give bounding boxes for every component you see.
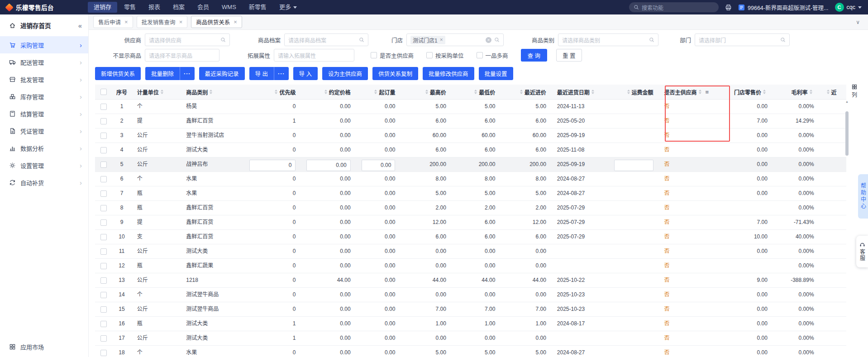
- sidebar-item-1[interactable]: 配送管理›: [0, 53, 88, 71]
- sort-icon[interactable]: [627, 90, 630, 94]
- toolbar-button-6[interactable]: 供货关系复制: [372, 67, 418, 80]
- table-row[interactable]: 9提鑫鲜汇百货00.000.0012.006.0012.002025-07-29…: [95, 215, 846, 230]
- sort-icon[interactable]: [474, 90, 477, 94]
- topnav-item-5[interactable]: WMS: [216, 2, 242, 13]
- toolbar-button-1[interactable]: 批量删除···: [145, 67, 195, 80]
- global-search-input[interactable]: 搜索功能: [629, 2, 719, 12]
- row-checkbox[interactable]: [100, 205, 107, 211]
- filter-checkbox-0[interactable]: 是否主供应商: [371, 51, 414, 60]
- filter-input-row1-3[interactable]: 请选择商品类别: [558, 33, 658, 46]
- customer-service-button[interactable]: 客服: [856, 236, 868, 267]
- inline-edit-input[interactable]: 0.00: [306, 160, 350, 171]
- column-header-1[interactable]: 计量单位: [132, 85, 181, 99]
- collapse-sidebar-icon[interactable]: «: [78, 22, 82, 29]
- inline-edit-input[interactable]: [614, 160, 653, 171]
- column-header-13[interactable]: 毛利率: [773, 85, 820, 99]
- table-row[interactable]: 6个水果00.000.008.008.008.002024-08-27否0.00…: [95, 172, 846, 186]
- clear-icon[interactable]: ×: [486, 37, 491, 43]
- row-checkbox[interactable]: [100, 277, 107, 284]
- sidebar-item-8[interactable]: 自动补货›: [0, 174, 88, 191]
- sidebar-item-4[interactable]: 结算管理›: [0, 105, 88, 122]
- column-header-10[interactable]: 运费金额: [609, 85, 658, 99]
- sidebar-item-5[interactable]: 凭证管理›: [0, 122, 88, 139]
- toolbar-button-7[interactable]: 批量修改供应商: [423, 67, 474, 80]
- column-header-6[interactable]: 最高价: [401, 85, 451, 99]
- tab-2[interactable]: 商品供货关系×: [191, 16, 242, 28]
- toolbar-button-8[interactable]: 批量设置: [479, 67, 513, 80]
- column-header-3[interactable]: 优先级: [244, 85, 301, 99]
- row-checkbox[interactable]: [100, 118, 107, 124]
- table-row[interactable]: 11公斤测试大类00.000.000.000.000.00否0.000.00%: [95, 244, 846, 259]
- checkbox-box[interactable]: [477, 52, 483, 58]
- sort-icon[interactable]: [161, 90, 163, 94]
- filter-input-row1-1[interactable]: 请选择商品档案: [284, 33, 368, 46]
- close-icon[interactable]: ×: [179, 19, 183, 25]
- close-icon[interactable]: ×: [124, 19, 128, 25]
- column-header-11[interactable]: 是否主供应商≡: [659, 85, 720, 99]
- column-header-5[interactable]: 起订量: [356, 85, 401, 99]
- table-row[interactable]: 4公斤测试大类00.000.006.006.006.002025-11-08否0…: [95, 143, 846, 157]
- sort-icon[interactable]: [275, 90, 277, 94]
- column-header-2[interactable]: 商品类别: [181, 85, 244, 99]
- close-icon[interactable]: ×: [234, 19, 237, 25]
- filter-input-row1-0[interactable]: 请选择供应商: [145, 33, 230, 46]
- column-header-0[interactable]: 序号: [112, 85, 131, 99]
- toolbar-button-3[interactable]: 导 出···: [249, 67, 289, 80]
- filter-input-row2-0[interactable]: 请选择不显示商品: [145, 49, 219, 62]
- query-button[interactable]: 查 询: [521, 49, 547, 62]
- help-center-button[interactable]: 帮助中心: [858, 174, 868, 219]
- sort-icon[interactable]: [210, 90, 212, 94]
- table-row[interactable]: 14个测试翌牛商品00.000.000.000.000.002025-10-23…: [95, 288, 846, 302]
- row-checkbox[interactable]: [100, 350, 107, 356]
- sidebar-item-2[interactable]: 批发管理›: [0, 71, 88, 88]
- row-checkbox[interactable]: [100, 292, 107, 298]
- filter-input-row2-1[interactable]: 请输入拓展属性: [274, 49, 354, 62]
- inline-edit-input[interactable]: 0: [249, 160, 296, 171]
- column-header-7[interactable]: 最低价: [452, 85, 501, 99]
- sort-icon[interactable]: [374, 90, 377, 94]
- topnav-item-6[interactable]: 新零售: [243, 2, 272, 13]
- sidebar-item-7[interactable]: 设置管理›: [0, 157, 88, 174]
- filter-input-row1-4[interactable]: 请选择部门: [695, 33, 790, 46]
- sort-icon[interactable]: [520, 90, 523, 94]
- user-menu[interactable]: C cqc: [835, 3, 862, 12]
- row-checkbox[interactable]: [100, 321, 107, 327]
- topnav-item-2[interactable]: 报表: [143, 2, 166, 13]
- sort-icon[interactable]: [827, 90, 830, 94]
- column-header-14[interactable]: 近: [820, 85, 846, 99]
- topnav-item-1[interactable]: 零售: [118, 2, 142, 13]
- scrollbar[interactable]: ▲: [845, 100, 849, 356]
- sidebar-item-home[interactable]: 进销存首页 «: [0, 14, 88, 36]
- sort-icon[interactable]: [810, 90, 812, 94]
- row-checkbox[interactable]: [100, 147, 107, 153]
- table-row[interactable]: 18个水果00.000.005.005.005.002024-08-27否0.0…: [95, 346, 846, 357]
- filter-checkbox-1[interactable]: 按采购单位: [426, 51, 464, 60]
- tab-1[interactable]: 批发销售查询×: [137, 16, 188, 28]
- table-row[interactable]: 12瓶鑫鲜汇蔬果00.000.000.000.000.00否0.00%: [95, 259, 846, 273]
- filter-menu-icon[interactable]: ≡: [706, 89, 709, 95]
- row-checkbox[interactable]: [100, 104, 107, 110]
- table-row[interactable]: 16瓶测试大类10.000.001.001.001.002024-08-17否0…: [95, 317, 846, 331]
- row-checkbox[interactable]: [100, 219, 107, 226]
- reset-button[interactable]: 重 置: [556, 49, 582, 62]
- selected-store-tag[interactable]: 测试门店1×: [410, 36, 445, 44]
- sidebar-item-app-market[interactable]: 应用市场: [0, 339, 88, 354]
- checkbox-box[interactable]: [426, 52, 433, 58]
- select-all-checkbox[interactable]: [100, 89, 107, 95]
- sidebar-item-0[interactable]: 采购管理›: [0, 36, 88, 53]
- sidebar-item-3[interactable]: 库存管理›: [0, 88, 88, 105]
- table-row[interactable]: 1个杨昊00.000.005.005.005.002024-11-13否0.00…: [95, 100, 846, 114]
- inline-edit-input[interactable]: 0.00: [362, 160, 396, 171]
- column-header-12[interactable]: 门店零售价: [720, 85, 773, 99]
- table-row[interactable]: 7瓶水果00.000.005.005.005.002024-08-27否0.00…: [95, 186, 846, 201]
- printer-icon[interactable]: [725, 4, 732, 11]
- toolbar-button-0[interactable]: 新增供货关系: [95, 67, 141, 80]
- toolbar-button-5[interactable]: 设为主供应商: [322, 67, 368, 80]
- sidebar-item-6[interactable]: 数据分析›: [0, 139, 88, 157]
- table-row[interactable]: 2提鑫鲜汇百货10.000.006.006.006.002025-05-20否7…: [95, 114, 846, 129]
- filter-checkbox-2[interactable]: 一品多商: [477, 51, 508, 60]
- sort-icon[interactable]: [324, 90, 327, 94]
- scrollbar-thumb[interactable]: [845, 111, 849, 156]
- table-row[interactable]: 8瓶鑫鲜汇百货00.000.002.002.002.002025-07-29否0…: [95, 201, 846, 215]
- table-row[interactable]: 15公斤测试翌牛商品00.000.007.007.007.002025-10-2…: [95, 302, 846, 317]
